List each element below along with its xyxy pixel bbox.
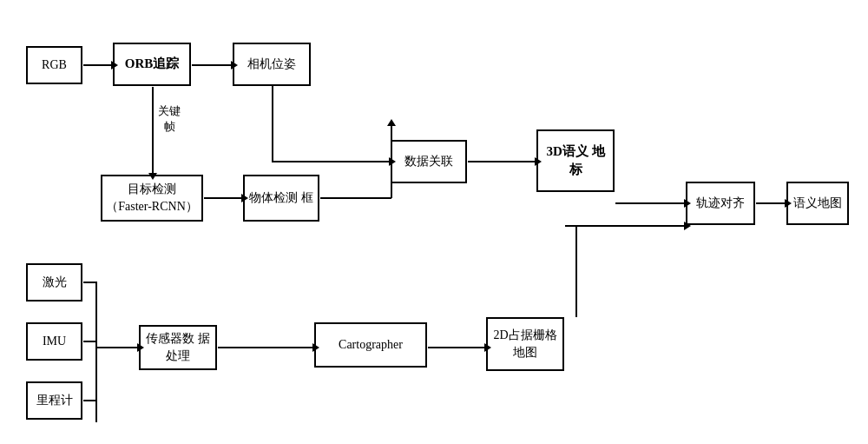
- box-traj-align: 轨迹对齐: [686, 182, 755, 225]
- arrow-left-vert: [95, 282, 97, 422]
- arrow-semantic3d-traj: [615, 202, 685, 204]
- arrow-camera-down: [272, 86, 273, 162]
- arrow-box-link-v: [391, 125, 392, 162]
- box-semantic-3d: 3D语义 地标: [536, 129, 615, 192]
- arrow-detect-box: [204, 197, 242, 199]
- diagram: RGB ORB追踪 相机位姿 目标检测 （Faster-RCNN） 物体检测 框…: [17, 10, 851, 435]
- arrow-traj-semmap: [756, 202, 786, 204]
- arrow-odometer-h: [83, 400, 95, 401]
- arrow-imu-h: [83, 341, 95, 342]
- box-orb: ORB追踪: [113, 43, 191, 86]
- arrow-camera-link: [272, 161, 390, 162]
- box-object-box: 物体检测 框: [243, 175, 319, 222]
- box-odometer: 里程计: [26, 381, 82, 420]
- box-map-2d: 2D占据栅格 地图: [486, 317, 564, 371]
- box-cartographer: Cartographer: [314, 322, 427, 368]
- arrow-laser-h: [83, 282, 95, 283]
- arrow-map2d-h-top: [565, 225, 575, 227]
- arrow-carto-map2d: [428, 347, 485, 348]
- arrow-merge-sensor: [96, 347, 138, 348]
- box-sensor-proc: 传感器数 据处理: [139, 325, 217, 370]
- box-target-detect: 目标检测 （Faster-RCNN）: [101, 175, 203, 222]
- box-data-link: 数据关联: [391, 140, 467, 183]
- arrow-orb-down: [152, 87, 154, 174]
- label-keyframe: 关键帧: [158, 103, 181, 135]
- box-semantic-map: 语义地图: [786, 182, 849, 225]
- arrow-map2d-traj: [576, 225, 685, 227]
- arrow-box-link-h: [320, 197, 391, 199]
- arrow-orb-camera: [192, 64, 232, 66]
- box-rgb: RGB: [26, 46, 82, 84]
- arrow-rgb-orb: [83, 64, 112, 66]
- arrow-map2d-up: [575, 225, 577, 317]
- arrow-sensor-carto: [218, 347, 313, 348]
- arrow-link-semantic3d: [468, 161, 536, 162]
- box-imu: IMU: [26, 322, 82, 361]
- box-laser: 激光: [26, 263, 82, 302]
- arrow-objbox-up: [391, 161, 392, 198]
- box-camera-pose: 相机位姿: [233, 43, 311, 86]
